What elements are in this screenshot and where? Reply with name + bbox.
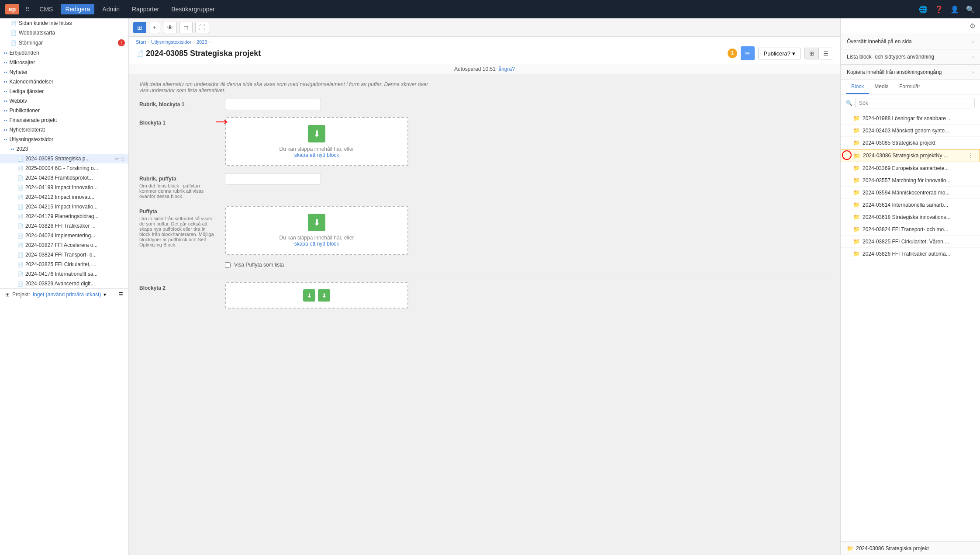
block-item-03614[interactable]: 📁 2024-03614 Internationella samarb... [841,199,980,211]
block-item-03086-highlighted[interactable]: 📁 2024-03086 Strategiska projektNy ... ⋮ [841,149,980,162]
breadcrumb-utlysningstextsidor[interactable]: Utlysningstextsidor [151,39,191,45]
sidebar-item-03826[interactable]: 📄 2024-03826 FFI Trafiksäker ... [0,221,128,231]
sidebar-item-2023[interactable]: ▪▪ 2023 [0,144,128,154]
sidebar-item-04024[interactable]: 📄 2024-04024 Implementering... [0,231,128,240]
sidebar-item-sidan-kunde[interactable]: 📄 Sidan kunde inte hittas [0,18,128,28]
search-icon[interactable]: 🔍 [966,5,975,14]
sidebar-item-04199[interactable]: 📄 2024-04199 Impact Innovatio... [0,183,128,192]
block-item-01988[interactable]: 📁 2024-01988 Lösningar för snabbare ... [841,112,980,125]
sidebar-item-2025[interactable]: 📄 2025-00004 6G - Forskning o... [0,163,128,173]
sidebar-item-04212[interactable]: 📄 2024-04212 Impact innovati... [0,192,128,202]
breadcrumb-start[interactable]: Start [136,39,146,45]
puffyta-dropzone-icon: ⬇ [308,214,325,231]
bottom-folder-icon: 📁 [847,545,853,552]
list-view-button[interactable]: ☰ [819,48,833,59]
sidebar-item-webbtv[interactable]: ▪▪ Webbtv [0,96,128,106]
preview-button[interactable]: 👁 [163,22,177,33]
right-bottom-item[interactable]: 📁 2024-03086 Strategiska projekt [841,541,980,555]
publish-dropdown-icon: ▾ [792,50,795,57]
sidebar-item-03827[interactable]: 📄 2024-03827 FFI Accelerera o... [0,240,128,250]
sidebar-item-nyhetsrelaterat[interactable]: ▪▪ Nyhetsrelaterat [0,125,128,135]
sidebar-item-kalenderhändelser[interactable]: ▪▪ Kalenderhändelser [0,77,128,87]
fullscreen-button[interactable]: ⛶ [195,22,209,33]
block-list: 📁 2024-01988 Lösningar för snabbare ... … [841,112,980,541]
publish-button[interactable]: Publicera? ▾ [758,48,801,59]
center-panel: ⊞ + 👁 ◻ ⛶ Start › Utlysningstextsidor › … [129,18,840,555]
block-item-03825[interactable]: 📁 2024-03825 FFI Cirkularitet, Våren ... [841,236,980,248]
sidebar-item-04215[interactable]: 📄 2024-04215 Impact Innovatio... [0,202,128,212]
accordion-translate-header[interactable]: Översätt innehåll på en sida › [841,34,980,49]
create-block-link-1[interactable]: skapa ett nytt block [294,152,339,158]
page-title: 📄 2024-03085 Strategiska projekt [136,49,261,58]
accordion-copy-header[interactable]: Kopiera innehåll från ansökningsomgång › [841,65,980,80]
sidebar-item-04179[interactable]: 📄 2024-04179 Planeringsbidrag... [0,212,128,221]
tab-media[interactable]: Media [869,80,894,94]
globe-icon[interactable]: 🌐 [919,5,928,14]
project-dropdown-icon[interactable]: ▾ [104,291,106,298]
block-item-02403[interactable]: 📁 2024-02403 Månskott genom synte... [841,125,980,137]
nav-redigera[interactable]: Redigera [61,4,94,14]
sidebar-item-finansierade[interactable]: ▪▪ Finansierade projekt [0,115,128,125]
block-item-03826[interactable]: 📁 2024-03826 FFI Trafiksäker automa... [841,248,980,260]
puffyta-dropzone[interactable]: ⬇ Du kan släppa innehåll här, eller skap… [225,206,408,255]
sidebar-item-mikrosajter[interactable]: ▪▪ Mikrosajter [0,58,128,67]
breadcrumb-2023[interactable]: 2023 [197,39,207,45]
gear-icon[interactable]: ⚙ [970,22,976,30]
sidebar-item-storningar[interactable]: 📄 Störningar ! [0,38,128,48]
tab-block[interactable]: Block [846,80,869,94]
tab-formulär[interactable]: Formulär [894,80,925,94]
folder-icon-03369: 📁 [853,165,860,171]
user-icon[interactable]: 👤 [950,5,959,14]
block-item-kebab-03086[interactable]: ⋮ [967,152,973,159]
project-value[interactable]: Inget (använd primära utkast) [33,291,101,298]
blockyta1-dropzone[interactable]: ⬇ Du kan släppa innehåll här, eller skap… [225,117,408,166]
rubrik-puffyta-input[interactable] [225,173,321,184]
block-item-03085[interactable]: 📁 2024-03085 Strategiska projekt [841,137,980,149]
dropzone-text: Du kan släppa innehåll här, eller [280,146,354,152]
tree-view-button[interactable]: ⊞ [133,22,146,33]
edit-button[interactable]: ✏ [741,46,755,60]
block-item-03824[interactable]: 📁 2024-03824 FFI Transport- och mo... [841,223,980,236]
grid-icon[interactable]: ⠿ [25,6,30,13]
bottom-icon: ⊞ [5,291,10,298]
sidebar-item-webbplatskarta[interactable]: 📄 Webbplatskarta [0,28,128,38]
project-menu-icon[interactable]: ☰ [118,291,123,298]
blockyta2-icon1: ⬇ [303,289,315,302]
accordion-translate: Översätt innehåll på en sida › [841,34,980,49]
sidebar-item-03824[interactable]: 📄 2024-03824 FFI Transport- o... [0,250,128,260]
sidebar-item-erbjudanden[interactable]: ▪▪ Erbjudanden [0,48,128,58]
nav-admin[interactable]: Admin [98,4,124,14]
sidebar-item-03825[interactable]: 📄 2024-03825 FFI Cirkularitet, ... [0,260,128,269]
nav-rapporter[interactable]: Rapporter [128,4,163,14]
help-icon[interactable]: ❓ [935,5,943,14]
nav-cms[interactable]: CMS [35,4,57,14]
grid-view-button[interactable]: ⊞ [805,48,819,59]
sidebar-item-active-page[interactable]: 📄 2024-03085 Strategiska p... ✏ ☰ [0,154,128,163]
menu-page-icon[interactable]: ☰ [121,156,125,162]
rubrik-blockyta1-input[interactable] [225,99,321,110]
create-block-link-2[interactable]: skapa ett nytt block [294,241,339,247]
sidebar-item-04208[interactable]: 📄 2024-04208 Framtidsprotot... [0,173,128,183]
undo-link[interactable]: ångra? [499,66,515,72]
sidebar-item-lediga[interactable]: ▪▪ Lediga tjänster [0,87,128,96]
edit-page-icon[interactable]: ✏ [115,156,119,162]
nav-besokargrupper[interactable]: Besökargrupper [167,4,219,14]
breadcrumb: Start › Utlysningstextsidor › 2023 › [136,39,833,45]
block-item-03618[interactable]: 📁 2024-03618 Strategiska innovations... [841,211,980,223]
block-item-03594[interactable]: 📁 2024-03594 Människocentrerad mo... [841,187,980,199]
visa-puffyta-checkbox[interactable] [225,262,231,268]
accordion-list-header[interactable]: Lista block- och sidtypers användning › [841,49,980,64]
sidebar-item-utlysningstextsidor[interactable]: ▪▪ Utlysningstextsidor [0,135,128,144]
sidebar-item-04176[interactable]: 📄 2024-04176 Internationellt sa... [0,269,128,279]
sidebar-item-publikationer[interactable]: ▪▪ Publikationer [0,106,128,115]
puffyta-row: Puffyta Dra in sidor från sidträdet så v… [139,206,830,255]
block-item-03557[interactable]: 📁 2024-03557 Matchning för innovatio... [841,174,980,187]
add-button[interactable]: + [149,22,160,33]
blockyta2-dropzone[interactable]: ⬇ ⬇ [225,282,408,309]
dialog-button[interactable]: ◻ [179,22,193,33]
sidebar-item-03829[interactable]: 📄 2024-03829 Avancerad digit... [0,279,128,288]
block-item-03369[interactable]: 📁 2024-03369 Europeiska samarbete... [841,162,980,174]
block-item-label-03824: 2024-03824 FFI Transport- och mo... [863,226,948,232]
block-search-input[interactable] [855,98,975,108]
sidebar-item-nyheter[interactable]: ▪▪ Nyheter [0,67,128,77]
